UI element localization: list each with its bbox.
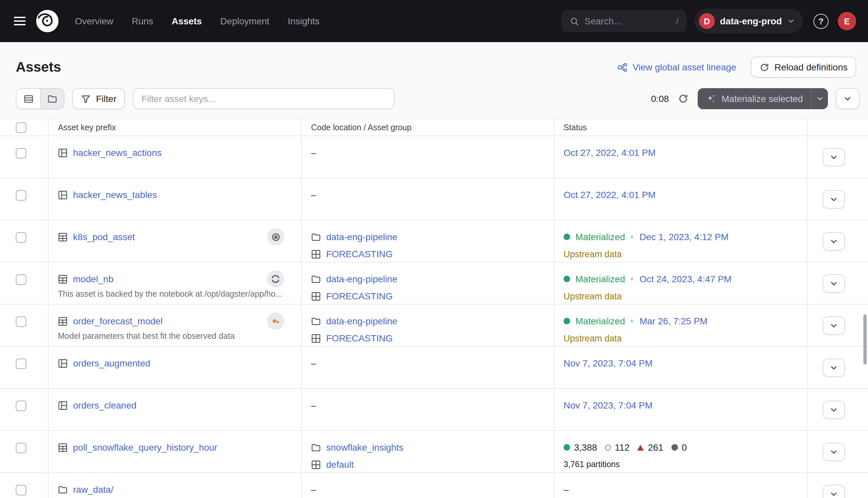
materialization-timestamp-link[interactable]: Dec 1, 2023, 4:12 PM bbox=[640, 232, 729, 242]
asset-link[interactable]: k8s_pod_asset bbox=[73, 232, 135, 242]
code-location-link[interactable]: data-eng-pipeline bbox=[326, 232, 397, 242]
primary-nav-links: OverviewRunsAssetsDeploymentInsights bbox=[75, 16, 320, 26]
row-checkbox[interactable] bbox=[16, 401, 26, 411]
refresh-icon bbox=[678, 93, 689, 104]
asset-group-link[interactable]: default bbox=[326, 459, 354, 470]
flat-list-view-button[interactable] bbox=[16, 89, 40, 108]
asset-link[interactable]: order_forecast_model bbox=[73, 316, 162, 326]
top-nav: OverviewRunsAssetsDeploymentInsights / D… bbox=[0, 0, 868, 42]
materialization-timestamp-link[interactable]: Mar 26, 7:25 PM bbox=[640, 316, 708, 326]
materialization-timestamp-link[interactable]: Nov 7, 2023, 7:04 PM bbox=[563, 358, 653, 368]
asset-link[interactable]: hacker_news_actions bbox=[73, 147, 161, 158]
asset-group-link[interactable]: FORECASTING bbox=[326, 291, 392, 301]
table-row: model_nbThis asset is backed by the note… bbox=[0, 262, 868, 305]
filter-button[interactable]: Filter bbox=[72, 88, 125, 109]
row-expand-button[interactable] bbox=[823, 232, 845, 250]
reload-definitions-button[interactable]: Reload definitions bbox=[751, 56, 856, 78]
row-checkbox[interactable] bbox=[16, 316, 26, 327]
status-cell: Oct 27, 2022, 4:01 PM bbox=[554, 136, 807, 178]
code-location-link[interactable]: data-eng-pipeline bbox=[326, 316, 397, 326]
row-expand-button[interactable] bbox=[823, 148, 845, 166]
view-global-asset-lineage-link[interactable]: View global asset lineage bbox=[617, 62, 736, 73]
asset-cell: hacker_news_tables bbox=[48, 178, 301, 220]
row-expand-button[interactable] bbox=[823, 400, 845, 419]
partition-count: 261 bbox=[638, 442, 664, 453]
expand-cell bbox=[807, 220, 868, 262]
asset-cell: k8s_pod_asset bbox=[48, 220, 301, 262]
multi-asset-icon bbox=[58, 190, 68, 200]
row-expand-button[interactable] bbox=[823, 274, 845, 292]
materialization-timestamp-link[interactable]: Nov 7, 2023, 7:04 PM bbox=[563, 400, 653, 410]
materialization-timestamp-link[interactable]: Oct 27, 2022, 4:01 PM bbox=[563, 189, 656, 200]
folder-view-button[interactable] bbox=[40, 89, 64, 108]
row-checkbox[interactable] bbox=[16, 485, 26, 495]
help-button[interactable]: ? bbox=[813, 13, 829, 29]
row-checkbox[interactable] bbox=[16, 190, 26, 201]
multi-asset-icon bbox=[58, 358, 68, 368]
row-checkbox[interactable] bbox=[16, 232, 26, 243]
row-expand-button[interactable] bbox=[823, 442, 845, 461]
row-expand-button[interactable] bbox=[823, 316, 845, 335]
materialization-timestamp-link[interactable]: Oct 24, 2023, 4:47 PM bbox=[640, 274, 732, 284]
table-header: Asset key prefix Code location / Asset g… bbox=[0, 119, 868, 136]
asset-link[interactable]: poll_snowflake_query_history_hour bbox=[73, 442, 217, 453]
nav-item-runs[interactable]: Runs bbox=[132, 16, 153, 26]
folder-icon bbox=[311, 316, 321, 326]
global-search[interactable]: / bbox=[562, 10, 686, 32]
asset-link[interactable]: orders_augmented bbox=[73, 358, 150, 368]
materialize-button-label: Materialize selected bbox=[722, 93, 803, 104]
select-all-checkbox[interactable] bbox=[16, 122, 26, 133]
asset-table-icon bbox=[58, 316, 68, 326]
materialized-label: Materialized bbox=[575, 274, 625, 284]
checkbox-cell bbox=[0, 389, 48, 430]
materialize-options-caret-button[interactable] bbox=[811, 88, 828, 109]
workspace-badge: D bbox=[699, 13, 715, 29]
scrollbar-thumb[interactable] bbox=[864, 314, 867, 365]
asset-cell: hacker_news_actions bbox=[48, 136, 301, 178]
table-row: order_forecast_modelModel parameters tha… bbox=[0, 305, 868, 347]
filter-funnel-icon bbox=[81, 94, 91, 104]
help-icon: ? bbox=[818, 16, 824, 26]
search-input[interactable] bbox=[585, 16, 671, 26]
location-cell: – bbox=[301, 347, 554, 388]
nav-item-assets[interactable]: Assets bbox=[172, 16, 202, 26]
row-checkbox[interactable] bbox=[16, 148, 26, 159]
asset-key-filter-input[interactable] bbox=[133, 88, 395, 109]
asset-link[interactable]: model_nb bbox=[73, 274, 113, 284]
sparkle-icon bbox=[706, 93, 717, 104]
workspace-switcher[interactable]: D data-eng-prod bbox=[694, 9, 803, 34]
materialization-timestamp-link[interactable]: Oct 27, 2022, 4:01 PM bbox=[563, 147, 656, 158]
chevron-down-icon bbox=[829, 279, 838, 288]
row-checkbox[interactable] bbox=[16, 274, 26, 285]
asset-cell: model_nbThis asset is backed by the note… bbox=[48, 262, 301, 304]
materialize-selected-button[interactable]: Materialize selected bbox=[698, 88, 811, 109]
asset-group-link[interactable]: FORECASTING bbox=[326, 249, 392, 259]
asset-group-link[interactable]: FORECASTING bbox=[326, 333, 392, 343]
asset-link[interactable]: raw_data/ bbox=[73, 484, 113, 495]
asset-cell: orders_cleaned bbox=[48, 389, 301, 430]
hamburger-menu-button[interactable] bbox=[8, 9, 31, 33]
status-cell: 3,38811226103,761 partitions bbox=[554, 431, 807, 472]
code-location-link[interactable]: snowflake_insights bbox=[326, 442, 403, 453]
row-expand-button[interactable] bbox=[823, 358, 845, 377]
row-checkbox[interactable] bbox=[16, 358, 26, 369]
folder-icon bbox=[311, 442, 321, 452]
row-expand-button[interactable] bbox=[823, 485, 845, 498]
refresh-button[interactable] bbox=[677, 92, 690, 105]
page-header: Assets View global asset lineage Reload … bbox=[0, 42, 868, 88]
code-location-link[interactable]: data-eng-pipeline bbox=[326, 274, 397, 284]
table-body: hacker_news_actions–Oct 27, 2022, 4:01 P… bbox=[0, 136, 868, 498]
rows-view-icon bbox=[23, 94, 33, 104]
asset-link[interactable]: orders_cleaned bbox=[73, 400, 136, 410]
chevron-down-icon bbox=[829, 363, 838, 372]
nav-item-overview[interactable]: Overview bbox=[75, 16, 113, 26]
more-actions-button[interactable] bbox=[836, 88, 859, 109]
asset-link[interactable]: hacker_news_tables bbox=[73, 189, 157, 200]
nav-item-insights[interactable]: Insights bbox=[288, 16, 320, 26]
user-avatar[interactable]: E bbox=[838, 12, 856, 30]
empty-cell-value: – bbox=[311, 483, 545, 496]
row-checkbox[interactable] bbox=[16, 443, 26, 453]
nav-item-deployment[interactable]: Deployment bbox=[220, 16, 269, 26]
row-expand-button[interactable] bbox=[823, 190, 845, 208]
dagster-logo[interactable] bbox=[36, 9, 59, 33]
